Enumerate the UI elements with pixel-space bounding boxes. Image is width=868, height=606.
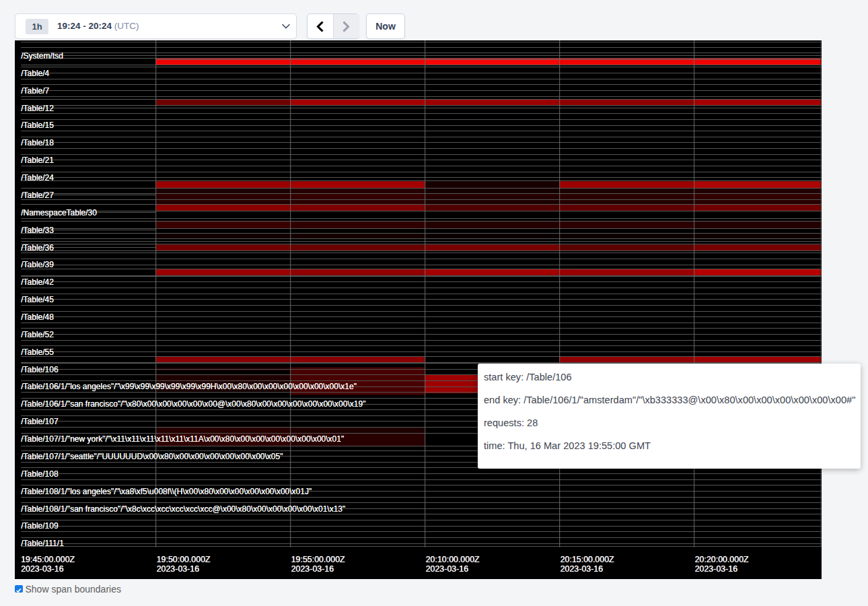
svg-text:/NamespaceTable/30: /NamespaceTable/30 [21,208,97,217]
svg-text:2023-03-16: 2023-03-16 [291,564,334,574]
svg-text:/Table/18: /Table/18 [21,138,54,147]
svg-text:/Table/55: /Table/55 [21,347,54,357]
svg-text:2023-03-16: 2023-03-16 [560,564,603,574]
svg-text:/Table/33: /Table/33 [21,226,54,235]
svg-text:/Table/107: /Table/107 [21,417,59,426]
svg-text:/Table/36: /Table/36 [21,243,54,252]
svg-text:/System/tsd: /System/tsd [21,51,63,61]
svg-text:/Table/45: /Table/45 [21,295,54,304]
svg-text:/Table/42: /Table/42 [21,277,54,287]
svg-text:2023-03-16: 2023-03-16 [157,564,199,574]
svg-text:2023-03-16: 2023-03-16 [695,564,737,574]
svg-text:/Table/52: /Table/52 [21,330,54,339]
svg-text:/Table/108/1/"los angeles"/"\x: /Table/108/1/"los angeles"/"\xa8\xf5\u00… [21,487,312,496]
svg-text:/Table/107/1/"new york"/"\x11\: /Table/107/1/"new york"/"\x11\x11\x11\x1… [21,434,344,444]
svg-text:/Table/4: /Table/4 [21,69,49,78]
svg-text:/Table/15: /Table/15 [21,121,54,130]
svg-text:/Table/12: /Table/12 [21,104,54,113]
svg-text:/Table/39: /Table/39 [21,260,54,269]
svg-text:/Table/21: /Table/21 [21,156,54,165]
svg-text:/Table/107/1/"seattle"/"UUUUUU: /Table/107/1/"seattle"/"UUUUUUD\x00\x80\… [21,452,283,461]
svg-text:/Table/106/1/"los angeles"/"\x: /Table/106/1/"los angeles"/"\x99\x99\x99… [21,382,357,391]
svg-text:/Table/27: /Table/27 [21,191,54,200]
svg-text:/Table/109: /Table/109 [21,521,59,531]
svg-text:2023-03-16: 2023-03-16 [21,564,63,574]
svg-text:/Table/106: /Table/106 [21,365,59,374]
svg-text:20:20:00.000Z: 20:20:00.000Z [695,555,749,564]
svg-text:/Table/106/1/"san francisco"/": /Table/106/1/"san francisco"/"\x80\x00\x… [21,399,365,409]
svg-text:/Table/24: /Table/24 [21,173,54,182]
svg-text:/Table/7: /Table/7 [21,86,49,96]
svg-text:19:50:00.000Z: 19:50:00.000Z [157,555,211,564]
svg-text:20:10:00.000Z: 20:10:00.000Z [426,555,480,564]
svg-text:/Table/111/1: /Table/111/1 [21,539,64,548]
svg-text:2023-03-16: 2023-03-16 [426,564,468,574]
svg-text:19:55:00.000Z: 19:55:00.000Z [291,555,345,564]
svg-text:19:45:00.000Z: 19:45:00.000Z [21,555,75,564]
svg-text:20:15:00.000Z: 20:15:00.000Z [560,555,614,564]
svg-text:/Table/108: /Table/108 [21,469,59,479]
svg-text:/Table/108/1/"san francisco"/": /Table/108/1/"san francisco"/"\x8c\xcc\x… [21,504,345,514]
svg-text:/Table/48: /Table/48 [21,312,54,322]
